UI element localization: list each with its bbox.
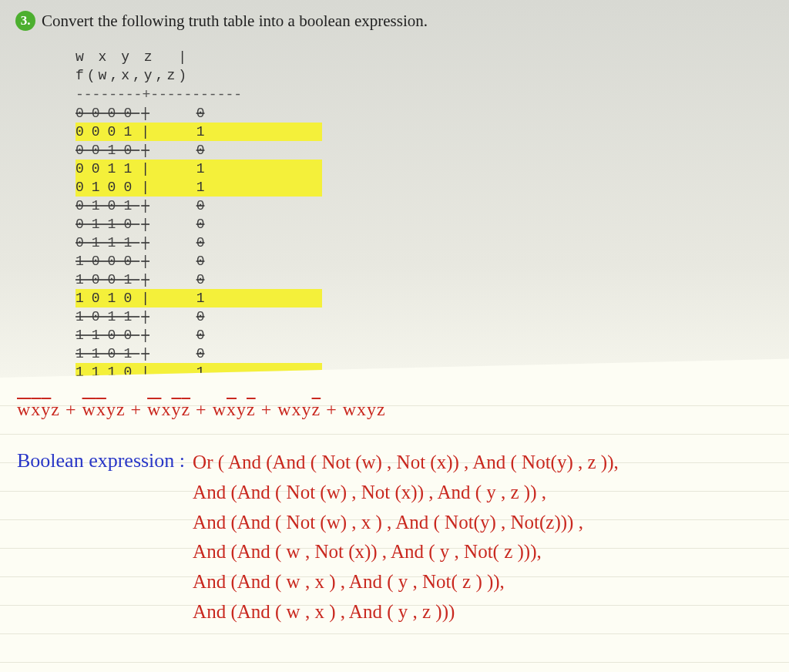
row-separator: | (141, 104, 149, 123)
row-output: 0 (154, 197, 247, 215)
table-row: 0000|0 (76, 104, 322, 123)
sum-of-products: wxyz + wxyz + wxyz + wxyz + wxyz + wxyz (17, 399, 772, 420)
row-cells: 0110 (76, 215, 139, 234)
table-body: 0000|00001|10010|00011|10100|10101|00110… (76, 104, 322, 400)
row-output: 0 (154, 104, 247, 123)
sop-variable: y (237, 399, 247, 419)
truth-table: w x y z | f(w,x,y,z) --------+----------… (76, 48, 322, 400)
table-row: 0111|0 (76, 234, 322, 252)
row-separator: | (141, 307, 149, 326)
row-cells: 0011 (76, 160, 139, 178)
table-row: 1011|0 (76, 307, 322, 326)
sop-variable: z (116, 399, 126, 419)
row-cells: 0101 (76, 197, 139, 215)
sop-variable: z (181, 399, 190, 419)
table-row: 0110|0 (76, 215, 322, 234)
row-cells: 1011 (76, 307, 139, 326)
boolean-expression-label: Boolean expression : (17, 448, 185, 472)
boolean-expression-line: And (And ( w , x ) , And ( y , z ))) (193, 597, 619, 627)
sop-variable: x (292, 399, 302, 419)
row-separator: | (141, 344, 149, 363)
row-cells: 0111 (76, 234, 139, 252)
sop-variable: z (312, 399, 321, 419)
boolean-expression-body: Or ( And (And ( Not (w) , Not (x)) , And… (193, 448, 619, 627)
row-cells: 1010 (76, 289, 139, 307)
table-row: 1100|0 (76, 326, 322, 344)
sop-variable: w (17, 399, 31, 419)
sop-variable: x (31, 399, 41, 419)
row-output: 0 (154, 234, 247, 252)
sop-variable: w (343, 399, 357, 419)
sop-variable: z (377, 399, 386, 419)
row-separator: | (141, 252, 149, 270)
boolean-expression-line: Or ( And (And ( Not (w) , Not (x)) , And… (193, 448, 619, 478)
table-row: 1001|0 (76, 270, 322, 289)
sop-variable: y (171, 399, 181, 419)
row-cells: 1101 (76, 344, 139, 363)
table-row: 0100|1 (76, 178, 322, 197)
notes-area: wxyz + wxyz + wxyz + wxyz + wxyz + wxyz … (0, 378, 789, 672)
plus-operator: + (256, 399, 278, 419)
row-output: 1 (154, 289, 247, 307)
sop-variable: z (247, 399, 256, 419)
row-cells: 1000 (76, 252, 139, 270)
row-output: 0 (154, 307, 247, 326)
boolean-expression-line: And (And ( Not (w) , x ) , And ( Not(y) … (193, 508, 619, 538)
sop-variable: x (96, 399, 106, 419)
row-separator: | (141, 123, 149, 141)
question-number-badge: 3. (15, 11, 35, 31)
sop-variable: x (161, 399, 171, 419)
row-cells: 0100 (76, 178, 139, 197)
row-separator: | (141, 160, 149, 178)
table-row: 0011|1 (76, 160, 322, 178)
table-header: w x y z | f(w,x,y,z) (76, 48, 322, 86)
table-row: 0101|0 (76, 197, 322, 215)
plus-operator: + (60, 399, 82, 419)
table-divider: --------+----------- (76, 86, 322, 104)
row-separator: | (141, 234, 149, 252)
row-separator: | (141, 197, 149, 215)
sop-variable: x (227, 399, 237, 419)
row-output: 1 (154, 178, 247, 197)
row-separator: | (141, 289, 149, 307)
plus-operator: + (126, 399, 148, 419)
sop-variable: w (82, 399, 96, 419)
row-separator: | (141, 141, 149, 160)
boolean-expression-line: And (And ( w , Not (x)) , And ( y , Not(… (193, 537, 619, 567)
table-row: 1000|0 (76, 252, 322, 270)
row-output: 0 (154, 326, 247, 344)
row-output: 0 (154, 270, 247, 289)
sop-variable: w (277, 399, 291, 419)
question-row: 3. Convert the following truth table int… (15, 11, 774, 31)
plus-operator: + (190, 399, 213, 419)
table-row: 0001|1 (76, 123, 322, 141)
row-output: 1 (154, 160, 247, 178)
boolean-expression-line: And (And ( Not (w) , Not (x)) , And ( y … (193, 478, 619, 508)
row-separator: | (141, 215, 149, 234)
row-output: 0 (154, 252, 247, 270)
sop-variable: w (147, 399, 161, 419)
sop-variable: y (367, 399, 377, 419)
boolean-expression-row: Boolean expression : Or ( And (And ( Not… (17, 448, 772, 627)
row-output: 0 (154, 215, 247, 234)
row-separator: | (141, 178, 149, 197)
header-separator: | (178, 49, 190, 65)
row-output: 0 (154, 141, 247, 160)
sop-variable: y (106, 399, 116, 419)
sop-variable: x (357, 399, 367, 419)
sop-variable: y (302, 399, 312, 419)
sop-variable: y (41, 399, 51, 419)
plus-operator: + (321, 399, 343, 419)
row-output: 0 (154, 344, 247, 363)
row-output: 1 (154, 123, 247, 141)
header-function: f(w,x,y,z) (76, 68, 190, 83)
table-row: 1010|1 (76, 289, 322, 307)
row-cells: 0000 (76, 104, 139, 123)
row-separator: | (141, 326, 149, 344)
question-text: Convert the following truth table into a… (42, 11, 428, 31)
sop-variable: w (213, 399, 227, 419)
table-row: 0010|0 (76, 141, 322, 160)
header-vars: w x y z (76, 49, 156, 65)
question-panel: 3. Convert the following truth table int… (0, 0, 789, 378)
boolean-expression-line: And (And ( w , x ) , And ( y , Not( z ) … (193, 567, 619, 597)
